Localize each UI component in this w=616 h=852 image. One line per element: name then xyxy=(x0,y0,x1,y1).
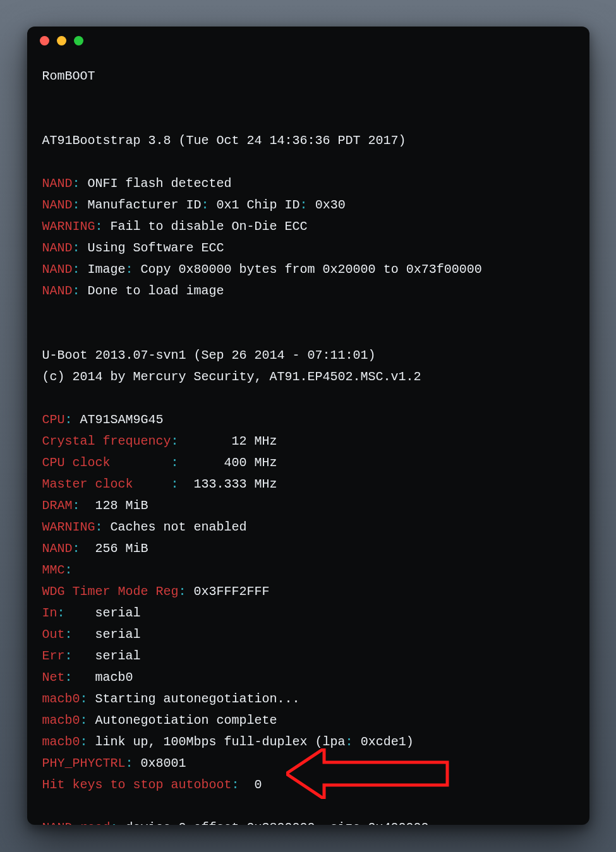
terminal-line: MMC: xyxy=(42,560,574,581)
terminal-line: Hit keys to stop autoboot: 0 xyxy=(42,774,574,796)
terminal-text: : xyxy=(65,627,95,642)
terminal-line: WARNING: Fail to disable On-Die ECC xyxy=(42,216,574,237)
terminal-text: : xyxy=(80,692,95,706)
terminal-text: Out xyxy=(42,627,65,642)
terminal-text: macb0 xyxy=(95,670,133,685)
page-background: RomBOOT AT91Bootstrap 3.8 (Tue Oct 24 14… xyxy=(0,0,616,852)
terminal-line: macb0: link up, 100Mbps full-duplex (lpa… xyxy=(42,731,574,753)
terminal-text: Starting autonegotiation... xyxy=(95,692,300,706)
terminal-text: 0 xyxy=(255,777,262,792)
terminal-text: : xyxy=(126,756,141,771)
terminal-text: (c) 2014 by Mercury Security, AT91.EP450… xyxy=(42,369,421,384)
terminal-text: MMC xyxy=(42,563,65,577)
terminal-text: macb0 xyxy=(42,713,80,728)
terminal-text: NAND xyxy=(42,284,73,298)
terminal-line: DRAM: 128 MiB xyxy=(42,495,574,517)
terminal-line: NAND: Image: Copy 0x80000 bytes from 0x2… xyxy=(42,259,574,280)
terminal-text: : xyxy=(65,412,80,427)
window-close-button[interactable] xyxy=(40,36,49,45)
terminal-line: RomBOOT xyxy=(42,66,574,87)
terminal-text: : xyxy=(73,262,88,277)
terminal-text: serial xyxy=(95,606,141,620)
terminal-line xyxy=(42,302,574,323)
terminal-text: : xyxy=(80,735,95,749)
terminal-line: PHY_PHYCTRL: 0x8001 xyxy=(42,753,574,774)
terminal-text: 256 MiB xyxy=(95,541,148,556)
terminal-text: : xyxy=(80,713,95,728)
terminal-text: 128 MiB xyxy=(95,498,148,513)
terminal-line: NAND read: device 0 offset 0x3800000, si… xyxy=(42,817,574,825)
terminal-text: NAND xyxy=(42,198,73,212)
terminal-text: NAND xyxy=(42,541,73,556)
terminal-line: AT91Bootstrap 3.8 (Tue Oct 24 14:36:36 P… xyxy=(42,130,574,152)
terminal-text: : xyxy=(346,735,361,749)
terminal-text: 12 MHz xyxy=(179,434,277,448)
terminal-text: : xyxy=(111,820,126,825)
terminal-text: PHY_PHYCTRL xyxy=(42,756,126,771)
terminal-line xyxy=(42,388,574,409)
terminal-line: NAND: Manufacturer ID: 0x1 Chip ID: 0x30 xyxy=(42,195,574,216)
terminal-text: Crystal frequency xyxy=(42,434,171,448)
terminal-line: Master clock : 133.333 MHz xyxy=(42,474,574,495)
terminal-text: Manufacturer ID xyxy=(88,198,202,212)
terminal-line xyxy=(42,152,574,173)
terminal-text: WARNING xyxy=(42,520,95,534)
terminal-line: Out: serial xyxy=(42,624,574,645)
terminal-text: : xyxy=(73,541,95,556)
terminal-text: : xyxy=(95,219,111,234)
terminal-text: Master clock xyxy=(42,477,171,491)
terminal-text: : xyxy=(171,477,179,491)
terminal-line xyxy=(42,796,574,817)
terminal-text: Caches not enabled xyxy=(111,520,247,534)
terminal-line: macb0: Autonegotiation complete xyxy=(42,710,574,731)
terminal-text: : xyxy=(73,198,88,212)
terminal-text: : xyxy=(171,434,179,448)
terminal-text: : xyxy=(95,520,111,534)
terminal-text: device 0 offset 0x3800000, size 0x400000 xyxy=(126,820,429,825)
terminal-line: NAND: 256 MiB xyxy=(42,538,574,560)
terminal-text: AT91SAM9G45 xyxy=(80,412,164,427)
terminal-text: AT91Bootstrap 3.8 (Tue Oct 24 14:36:36 P… xyxy=(42,133,406,148)
terminal-text: serial xyxy=(95,649,141,663)
terminal-text: NAND read xyxy=(42,820,111,825)
terminal-text: link up, 100Mbps full-duplex (lpa xyxy=(95,735,346,749)
terminal-text: Err xyxy=(42,649,65,663)
terminal-text: CPU clock xyxy=(42,455,171,470)
terminal-text: : xyxy=(232,777,255,792)
terminal-text: Hit keys to stop autoboot xyxy=(42,777,232,792)
terminal-text: : xyxy=(73,498,95,513)
terminal-text: : xyxy=(179,584,194,599)
terminal-text: : xyxy=(57,606,95,620)
terminal-text: 400 MHz xyxy=(179,455,277,470)
terminal-text: U-Boot 2013.07-svn1 (Sep 26 2014 - 07:11… xyxy=(42,348,376,363)
terminal-text: 0xcde1) xyxy=(361,735,414,749)
terminal-text: Done to load image xyxy=(88,284,224,298)
terminal-text: : xyxy=(65,670,95,685)
window-minimize-button[interactable] xyxy=(57,36,66,45)
terminal-line: NAND: Done to load image xyxy=(42,280,574,302)
terminal-text: NAND xyxy=(42,262,73,277)
terminal-text: : xyxy=(300,198,315,212)
terminal-text: : xyxy=(65,649,95,663)
terminal-line: U-Boot 2013.07-svn1 (Sep 26 2014 - 07:11… xyxy=(42,345,574,366)
terminal-text: serial xyxy=(95,627,141,642)
terminal-text: Net xyxy=(42,670,65,685)
window-zoom-button[interactable] xyxy=(74,36,83,45)
terminal-text: CPU xyxy=(42,412,65,427)
terminal-text: 133.333 MHz xyxy=(179,477,277,491)
terminal-line: NAND: Using Software ECC xyxy=(42,237,574,259)
terminal-text: 0x8001 xyxy=(141,756,186,771)
terminal-text: Fail to disable On-Die ECC xyxy=(111,219,308,234)
terminal-window: RomBOOT AT91Bootstrap 3.8 (Tue Oct 24 14… xyxy=(27,27,589,825)
terminal-line: WARNING: Caches not enabled xyxy=(42,517,574,538)
terminal-line: CPU clock : 400 MHz xyxy=(42,452,574,474)
terminal-text: : xyxy=(73,284,88,298)
terminal-line: CPU: AT91SAM9G45 xyxy=(42,409,574,431)
window-titlebar xyxy=(27,27,589,54)
terminal-line: (c) 2014 by Mercury Security, AT91.EP450… xyxy=(42,366,574,388)
terminal-text: 0x30 xyxy=(315,198,346,212)
terminal-text: : xyxy=(73,241,88,255)
terminal-line xyxy=(42,87,574,109)
terminal-line: Err: serial xyxy=(42,645,574,667)
terminal-text: WARNING xyxy=(42,219,95,234)
